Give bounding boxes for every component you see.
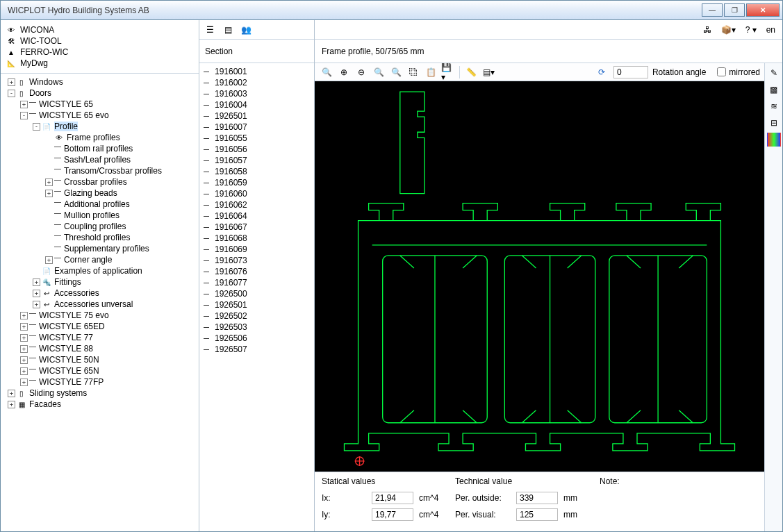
- db-sync-button[interactable]: 🖧: [700, 23, 714, 37]
- section-item[interactable]: 1916069: [204, 244, 310, 255]
- product-nav-item[interactable]: ▲FERRO-WIC: [6, 47, 193, 58]
- zoom-extents-button[interactable]: 🔍: [319, 65, 334, 80]
- tree-expander[interactable]: +: [20, 379, 28, 386]
- tree-item[interactable]: 📄Examples of application: [2, 265, 197, 276]
- tree-item[interactable]: Bottom rail profiles: [2, 143, 197, 154]
- section-item[interactable]: 1916064: [204, 210, 310, 222]
- tree-expander[interactable]: +: [20, 101, 28, 108]
- section-item[interactable]: 1916055: [204, 133, 310, 144]
- detail-view-button[interactable]: ▤: [220, 22, 236, 38]
- product-nav-item[interactable]: 👁WICONA: [6, 24, 193, 35]
- tree-item[interactable]: -▯Doors: [2, 88, 197, 99]
- tree-item[interactable]: +WICSTYLE 77: [2, 332, 197, 343]
- section-item[interactable]: 1926506: [204, 333, 310, 344]
- tree-item[interactable]: Coupling profiles: [2, 221, 197, 232]
- section-item[interactable]: 1916073: [204, 255, 310, 266]
- section-item[interactable]: 1926503: [204, 322, 310, 333]
- tree-expander[interactable]: +: [45, 256, 53, 264]
- tree-expander[interactable]: +: [20, 356, 28, 364]
- tree-expander[interactable]: +: [8, 401, 15, 408]
- language-label[interactable]: en: [764, 23, 778, 37]
- close-button[interactable]: ✕: [746, 3, 780, 17]
- section-item[interactable]: 1916002: [204, 77, 310, 88]
- tree-expander[interactable]: -: [8, 90, 15, 97]
- tree-item[interactable]: Mullion profiles: [2, 210, 197, 221]
- save-button[interactable]: 💾▾: [440, 65, 456, 80]
- tree-item[interactable]: +🔩Fittings: [2, 276, 197, 288]
- tree-item[interactable]: +WICSTYLE 77FP: [2, 376, 197, 388]
- zoom-all-button[interactable]: 🔍: [388, 65, 404, 80]
- section-item[interactable]: 1916077: [204, 277, 310, 288]
- tree-expander[interactable]: +: [33, 290, 40, 297]
- tree-item[interactable]: +▦Facades: [2, 399, 197, 410]
- tree-item[interactable]: Additional profiles: [2, 199, 197, 210]
- tree-expander[interactable]: -: [33, 123, 40, 131]
- zoom-out-button[interactable]: ⊖: [354, 65, 369, 80]
- layers-dropdown[interactable]: ▤▾: [481, 65, 496, 80]
- mirrored-checkbox[interactable]: mirrored: [717, 67, 760, 77]
- tree-expander[interactable]: +: [20, 334, 28, 342]
- pencil-tool-button[interactable]: ✎: [767, 66, 781, 80]
- tree-expander[interactable]: -: [20, 112, 28, 119]
- mirrored-input[interactable]: [717, 67, 726, 76]
- section-item[interactable]: 1916059: [204, 177, 310, 188]
- list-view-button[interactable]: ☰: [202, 22, 217, 38]
- tree-item[interactable]: +WICSTYLE 65ED: [2, 321, 197, 332]
- tree-item[interactable]: +▯Windows: [2, 76, 197, 88]
- tree-item[interactable]: Threshold profiles: [2, 232, 197, 243]
- minimize-button[interactable]: —: [702, 3, 723, 17]
- measure-button[interactable]: 📏: [463, 65, 479, 80]
- copy-button[interactable]: ⿻: [406, 65, 421, 80]
- tree-item[interactable]: -📄Profile: [2, 121, 197, 132]
- tree-item[interactable]: +Crossbar profiles: [2, 176, 197, 188]
- package-dropdown[interactable]: 📦▾: [718, 23, 739, 37]
- tree-item[interactable]: +WICSTYLE 50N: [2, 354, 197, 365]
- tree-expander[interactable]: +: [8, 78, 15, 86]
- tree-expander[interactable]: +: [45, 178, 53, 186]
- maximize-button[interactable]: ❐: [724, 3, 745, 17]
- section-item[interactable]: 1916058: [204, 166, 310, 177]
- section-item[interactable]: 1926507: [204, 344, 310, 355]
- color-tool-button[interactable]: [767, 133, 781, 147]
- tree-item[interactable]: Sash/Leaf profiles: [2, 154, 197, 165]
- rotation-input[interactable]: [613, 66, 648, 78]
- tree-item[interactable]: +WICSTYLE 75 evo: [2, 310, 197, 321]
- tree-expander[interactable]: +: [20, 367, 28, 375]
- find-button[interactable]: 👥: [238, 22, 254, 38]
- tree-expander[interactable]: +: [33, 301, 40, 308]
- ix-input[interactable]: [372, 492, 413, 504]
- zoom-window-button[interactable]: 🔍: [371, 65, 386, 80]
- help-button[interactable]: ? ▾: [743, 23, 759, 37]
- dim-tool-button[interactable]: ⊟: [767, 116, 781, 130]
- hatch-tool-button[interactable]: ▩: [767, 83, 781, 97]
- section-item[interactable]: 1916056: [204, 144, 310, 155]
- section-item[interactable]: 1916062: [204, 199, 310, 210]
- tree-item[interactable]: +WICSTYLE 88: [2, 343, 197, 354]
- rotate-button[interactable]: ⟳: [594, 65, 609, 80]
- tree-item[interactable]: +↩Accessories: [2, 288, 197, 299]
- section-item[interactable]: 1916004: [204, 99, 310, 110]
- section-item[interactable]: 1926501: [204, 110, 310, 122]
- section-item[interactable]: 1916060: [204, 188, 310, 199]
- tree-item[interactable]: Transom/Crossbar profiles: [2, 165, 197, 176]
- tree-expander[interactable]: +: [33, 279, 40, 286]
- tree-item[interactable]: +↩Accessories unversal: [2, 299, 197, 310]
- tree-expander[interactable]: +: [20, 345, 28, 353]
- section-item[interactable]: 1916067: [204, 222, 310, 233]
- tree-expander[interactable]: +: [20, 312, 28, 319]
- profile-canvas[interactable]: [315, 81, 764, 472]
- section-item[interactable]: 1926502: [204, 310, 310, 322]
- iy-input[interactable]: [372, 508, 413, 521]
- tree-expander[interactable]: +: [45, 190, 53, 197]
- catalog-tree[interactable]: +▯Windows-▯Doors+WICSTYLE 65-WICSTYLE 65…: [1, 74, 199, 531]
- tree-item[interactable]: +Glazing beads: [2, 188, 197, 199]
- product-nav-item[interactable]: 📐MyDwg: [6, 58, 193, 69]
- tree-expander[interactable]: +: [8, 390, 15, 397]
- tree-item[interactable]: +▯Sliding systems: [2, 388, 197, 399]
- section-item[interactable]: 1926500: [204, 288, 310, 299]
- per-outside-input[interactable]: [516, 492, 558, 504]
- tree-item[interactable]: +WICSTYLE 65: [2, 99, 197, 110]
- tree-item[interactable]: +WICSTYLE 65N: [2, 365, 197, 376]
- clipboard-button[interactable]: 📋: [423, 65, 438, 80]
- section-item[interactable]: 1916057: [204, 155, 310, 166]
